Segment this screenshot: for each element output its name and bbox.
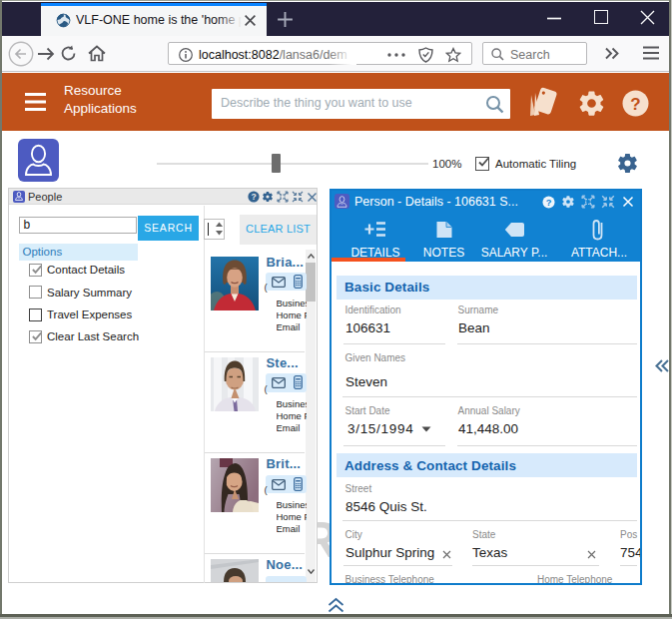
svg-text:?: ?: [630, 95, 640, 114]
svg-text:?: ?: [251, 192, 256, 202]
svg-text:?: ?: [546, 197, 552, 207]
